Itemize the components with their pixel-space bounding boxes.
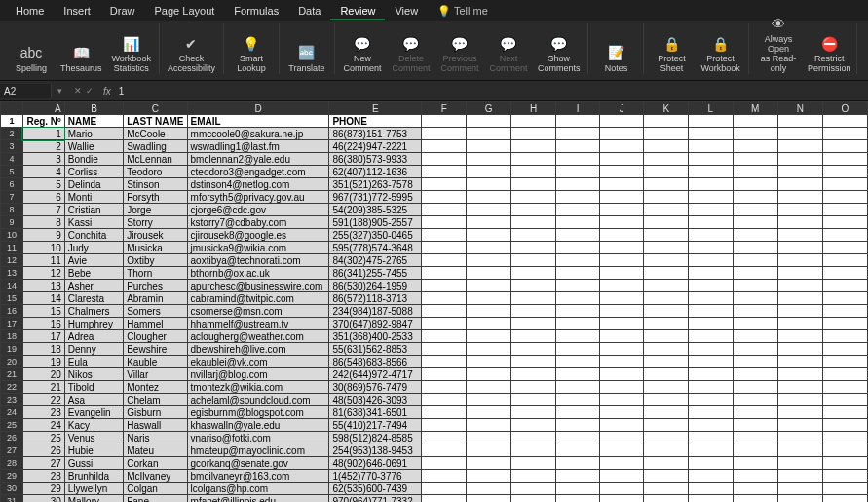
cell[interactable] [422,292,467,305]
cell[interactable]: Reg. Nº [22,115,64,128]
cell[interactable] [511,229,556,242]
cell[interactable]: 242(644)972-4717 [329,368,422,381]
cell[interactable]: cabramind@twitpic.com [187,292,329,305]
cell[interactable]: 370(647)892-9847 [329,318,422,330]
cell[interactable]: vnariso@fotki.com [187,432,329,444]
row-header[interactable]: 18 [1,330,23,343]
cell[interactable]: Chelam [124,394,187,406]
cell[interactable] [511,166,556,178]
cell[interactable] [644,330,689,343]
col-header-E[interactable]: E [329,102,422,115]
cell[interactable] [689,280,734,292]
cell[interactable] [689,470,734,483]
cell[interactable] [422,229,467,242]
cell[interactable] [644,356,689,368]
cell[interactable] [777,495,822,503]
cell[interactable] [822,178,867,191]
cell[interactable] [467,140,511,153]
cell[interactable] [422,368,467,381]
cell[interactable] [822,419,867,432]
cell[interactable]: Adrea [64,330,123,343]
cell[interactable] [733,318,777,330]
cell[interactable] [733,242,777,254]
cell[interactable] [467,368,511,381]
cell[interactable] [556,178,600,191]
cell[interactable]: Tibold [64,381,123,394]
col-header-A[interactable]: A [22,102,64,115]
cell[interactable] [599,166,643,178]
cell[interactable] [467,242,511,254]
cell[interactable] [422,330,467,343]
cell[interactable]: Conchita [64,229,123,242]
cell[interactable] [556,330,600,343]
cell[interactable] [689,330,734,343]
cell[interactable] [644,444,689,457]
cell[interactable] [556,166,600,178]
row-header[interactable]: 15 [1,292,23,305]
cell[interactable]: egisburnm@blogspot.com [187,406,329,419]
tell-me[interactable]: 💡 Tell me [428,1,498,21]
cell[interactable] [467,343,511,356]
cell[interactable]: Bondie [64,153,123,166]
cell[interactable]: Teodoro [124,166,187,178]
cell[interactable] [644,432,689,444]
cell[interactable] [467,115,511,128]
cell[interactable]: mmccoole0@sakura.ne.jp [187,128,329,140]
cell[interactable] [422,153,467,166]
cell[interactable]: Kacy [64,419,123,432]
cell[interactable]: Venus [64,432,123,444]
cell[interactable] [733,305,777,318]
cell[interactable] [556,115,600,128]
cell[interactable] [777,444,822,457]
cell[interactable] [644,280,689,292]
cell[interactable] [733,191,777,204]
cell[interactable]: 9 [22,229,64,242]
cell[interactable] [556,254,600,267]
cell[interactable]: 24 [22,419,64,432]
spreadsheet-grid[interactable]: ABCDEFGHIJKLMNO1Reg. NºNAMELAST NAMEEMAI… [0,101,868,502]
cell[interactable] [467,444,511,457]
cell[interactable] [733,166,777,178]
cell[interactable]: 22 [22,394,64,406]
row-header[interactable]: 31 [1,495,23,503]
cell[interactable] [644,343,689,356]
cell[interactable]: Bewshire [124,343,187,356]
cell[interactable] [422,191,467,204]
cell[interactable]: 351(521)263-7578 [329,178,422,191]
cell[interactable] [644,305,689,318]
cell[interactable] [467,457,511,470]
cell[interactable] [689,406,734,419]
cell[interactable] [733,483,777,495]
cell[interactable]: hhammelf@ustream.tv [187,318,329,330]
cell[interactable]: 255(327)350-0465 [329,229,422,242]
cell[interactable] [422,444,467,457]
cell[interactable] [777,178,822,191]
cell[interactable]: Stinson [124,178,187,191]
cell[interactable] [644,495,689,503]
cell[interactable] [556,368,600,381]
cell[interactable] [689,166,734,178]
enter-icon[interactable]: ✓ [86,86,94,96]
cell[interactable] [422,128,467,140]
cell[interactable] [822,330,867,343]
cell[interactable] [556,495,600,503]
cell[interactable] [422,432,467,444]
cell[interactable] [422,343,467,356]
cell[interactable] [777,470,822,483]
cell[interactable] [511,216,556,229]
cell[interactable] [689,153,734,166]
cell[interactable]: 62(407)112-1636 [329,166,422,178]
cell[interactable]: bmcilvaneyr@163.com [187,470,329,483]
cell[interactable]: LAST NAME [124,115,187,128]
cell[interactable]: Mallory [64,495,123,503]
cell[interactable] [511,140,556,153]
cell[interactable]: Chalmers [64,305,123,318]
col-header-B[interactable]: B [64,102,123,115]
cell[interactable] [644,191,689,204]
cell[interactable] [777,153,822,166]
cell[interactable] [822,343,867,356]
cell[interactable]: 81(638)341-6501 [329,406,422,419]
cell[interactable]: McIlvaney [124,470,187,483]
cell[interactable] [422,381,467,394]
cell[interactable]: Jirousek [124,229,187,242]
